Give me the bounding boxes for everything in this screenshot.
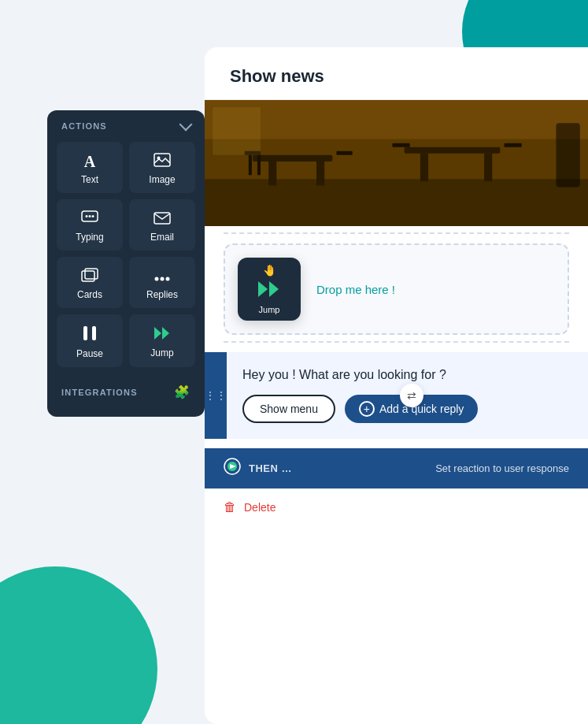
then-bar: THEN … Set reaction to user response	[205, 448, 588, 488]
text-icon: A	[84, 154, 95, 169]
svg-point-3	[86, 215, 88, 217]
svg-rect-22	[336, 151, 352, 155]
svg-rect-7	[82, 271, 94, 281]
action-cards-label: Cards	[77, 289, 102, 300]
integrations-header: INTEGRATIONS 🧩	[47, 373, 205, 404]
action-replies-button[interactable]: Replies	[129, 257, 195, 308]
svg-point-10	[161, 277, 165, 280]
message-block-wrapper: ⇄ ⋮⋮ Hey you ! What are you looking for …	[205, 352, 588, 439]
message-block: ⋮⋮ Hey you ! What are you looking for ? …	[205, 352, 588, 439]
then-label: THEN …	[249, 462, 292, 474]
action-jump-label: Jump	[150, 347, 173, 358]
swap-icon[interactable]: ⇄	[400, 384, 423, 407]
jump-block-label: Jump	[259, 305, 280, 314]
svg-rect-6	[154, 213, 170, 224]
show-news-title: Show news	[230, 66, 563, 87]
action-cards-button[interactable]: Cards	[57, 257, 123, 308]
actions-grid: A Text Image	[47, 142, 205, 373]
svg-rect-17	[205, 179, 588, 226]
actions-header: ACTIONS	[47, 110, 205, 142]
svg-rect-12	[83, 326, 87, 340]
separator-1	[224, 232, 569, 234]
svg-marker-33	[258, 281, 268, 297]
table-scene-decoration	[205, 100, 588, 226]
svg-point-4	[89, 215, 91, 217]
action-pause-button[interactable]: Pause	[57, 314, 123, 367]
action-replies-label: Replies	[146, 289, 178, 300]
svg-point-5	[92, 215, 94, 217]
svg-rect-29	[504, 143, 521, 147]
svg-rect-18	[253, 155, 332, 162]
quick-reply-label: Add a quick reply	[379, 403, 464, 415]
jump-play-icon	[258, 281, 280, 302]
cards-icon	[81, 268, 98, 284]
typing-icon	[81, 210, 98, 227]
svg-rect-27	[484, 154, 492, 182]
action-image-label: Image	[149, 174, 175, 185]
left-panel: ACTIONS A Text Image	[47, 110, 205, 417]
hand-drag-icon: 🤚	[263, 264, 276, 277]
svg-rect-24	[257, 155, 261, 175]
action-pause-label: Pause	[76, 348, 103, 359]
drag-handle-icon: ⋮⋮	[205, 389, 227, 402]
svg-rect-13	[92, 326, 96, 340]
plus-icon: +	[359, 401, 375, 417]
show-menu-button[interactable]: Show menu	[242, 395, 335, 423]
action-jump-button[interactable]: Jump	[129, 314, 195, 367]
bg-decoration-bottom	[0, 566, 157, 724]
drop-label: Drop me here !	[316, 283, 395, 296]
svg-rect-26	[420, 154, 428, 182]
image-icon	[153, 153, 171, 169]
svg-rect-19	[268, 162, 276, 185]
svg-rect-23	[249, 155, 252, 175]
svg-rect-20	[316, 162, 324, 185]
replies-icon	[153, 269, 171, 284]
drop-zone[interactable]: 🤚 Jump Drop me here !	[224, 243, 569, 335]
integrations-label: INTEGRATIONS	[61, 388, 138, 397]
action-image-button[interactable]: Image	[129, 142, 195, 193]
main-content: Show news	[205, 47, 588, 724]
svg-rect-28	[392, 143, 409, 147]
action-typing-label: Typing	[76, 232, 103, 243]
svg-rect-25	[405, 147, 501, 154]
svg-rect-30	[205, 100, 588, 139]
svg-point-9	[155, 277, 159, 280]
svg-rect-8	[85, 269, 98, 279]
separator-2	[224, 341, 569, 343]
svg-rect-32	[213, 107, 261, 155]
set-reaction-label: Set reaction to user response	[435, 462, 569, 474]
svg-marker-15	[162, 327, 169, 340]
svg-marker-14	[154, 327, 161, 340]
puzzle-icon: 🧩	[174, 384, 190, 399]
svg-point-11	[166, 277, 170, 280]
delete-label[interactable]: Delete	[244, 501, 276, 514]
action-typing-button[interactable]: Typing	[57, 199, 123, 251]
action-text-label: Text	[81, 174, 98, 185]
actions-label: ACTIONS	[61, 121, 107, 131]
then-arrow-icon	[224, 458, 241, 479]
pause-icon	[83, 325, 97, 343]
restaurant-image	[205, 100, 588, 226]
action-email-label: Email	[150, 232, 174, 243]
action-email-button[interactable]: Email	[129, 199, 195, 251]
collapse-icon[interactable]	[179, 118, 193, 132]
then-left: THEN …	[224, 458, 292, 479]
message-text: Hey you ! What are you looking for ?	[242, 368, 569, 382]
svg-rect-31	[556, 123, 579, 187]
svg-marker-34	[269, 281, 279, 297]
trash-icon: 🗑	[224, 500, 236, 514]
jump-drag-block[interactable]: 🤚 Jump	[238, 258, 301, 321]
drag-bar: ⋮⋮	[205, 352, 227, 439]
jump-icon	[153, 326, 171, 343]
delete-row: 🗑 Delete	[205, 488, 588, 525]
show-news-header: Show news	[205, 47, 588, 100]
email-icon	[153, 211, 171, 227]
action-text-button[interactable]: A Text	[57, 142, 123, 193]
